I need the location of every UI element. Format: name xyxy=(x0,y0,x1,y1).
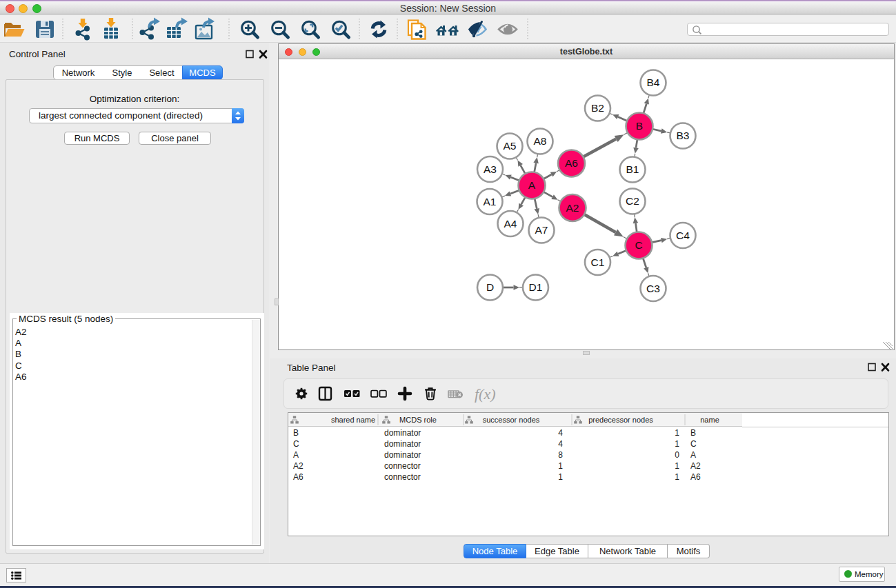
svg-text:4: 4 xyxy=(558,428,563,438)
svg-text:C: C xyxy=(293,439,299,449)
svg-text:A4: A4 xyxy=(504,218,517,230)
svg-text:B3: B3 xyxy=(677,130,690,141)
svg-text:1: 1 xyxy=(675,461,679,471)
svg-text:1: 1 xyxy=(675,472,679,482)
svg-text:C4: C4 xyxy=(676,230,690,241)
svg-text:dominator: dominator xyxy=(384,450,421,460)
svg-text:A1: A1 xyxy=(484,196,497,207)
svg-text:predecessor nodes: predecessor nodes xyxy=(588,416,653,424)
svg-text:A: A xyxy=(690,450,696,460)
svg-text:A6: A6 xyxy=(565,157,578,169)
svg-text:A6: A6 xyxy=(293,472,303,482)
svg-text:A7: A7 xyxy=(535,224,548,236)
svg-text:1: 1 xyxy=(675,439,679,449)
svg-text:B1: B1 xyxy=(626,163,639,175)
svg-text:shared name: shared name xyxy=(331,416,375,424)
svg-text:D1: D1 xyxy=(529,281,543,293)
svg-text:f(x): f(x) xyxy=(475,385,496,403)
svg-text:A2: A2 xyxy=(690,461,701,471)
svg-text:B: B xyxy=(690,428,696,438)
svg-text:A2: A2 xyxy=(293,461,303,471)
svg-text:A2: A2 xyxy=(566,202,579,214)
svg-text:C: C xyxy=(690,439,697,449)
svg-text:C: C xyxy=(635,239,642,251)
svg-text:A: A xyxy=(528,179,536,191)
svg-text:connector: connector xyxy=(384,461,421,471)
svg-text:A5: A5 xyxy=(504,140,517,152)
svg-text:4: 4 xyxy=(558,439,563,449)
svg-text:A8: A8 xyxy=(534,135,547,147)
svg-text:MCDS role: MCDS role xyxy=(399,416,437,424)
svg-text:B2: B2 xyxy=(591,102,604,114)
svg-text:1: 1 xyxy=(558,461,563,471)
svg-text:C2: C2 xyxy=(626,195,639,207)
svg-text:dominator: dominator xyxy=(384,439,421,449)
svg-text:A6: A6 xyxy=(690,472,701,482)
svg-text:name: name xyxy=(700,416,719,424)
svg-text:successor nodes: successor nodes xyxy=(483,416,540,424)
svg-text:dominator: dominator xyxy=(384,428,421,438)
svg-text:8: 8 xyxy=(558,450,563,460)
svg-text:connector: connector xyxy=(384,472,421,482)
svg-text:B4: B4 xyxy=(647,77,660,88)
svg-text:B: B xyxy=(636,120,643,132)
svg-text:C1: C1 xyxy=(591,256,605,268)
svg-text:D: D xyxy=(486,281,494,293)
svg-text:A3: A3 xyxy=(484,163,497,175)
svg-text:1: 1 xyxy=(675,428,679,438)
svg-text:B: B xyxy=(293,428,299,438)
svg-text:0: 0 xyxy=(675,450,679,460)
svg-text:C3: C3 xyxy=(646,283,660,294)
svg-text:1: 1 xyxy=(558,472,563,482)
svg-text:A: A xyxy=(293,450,299,460)
